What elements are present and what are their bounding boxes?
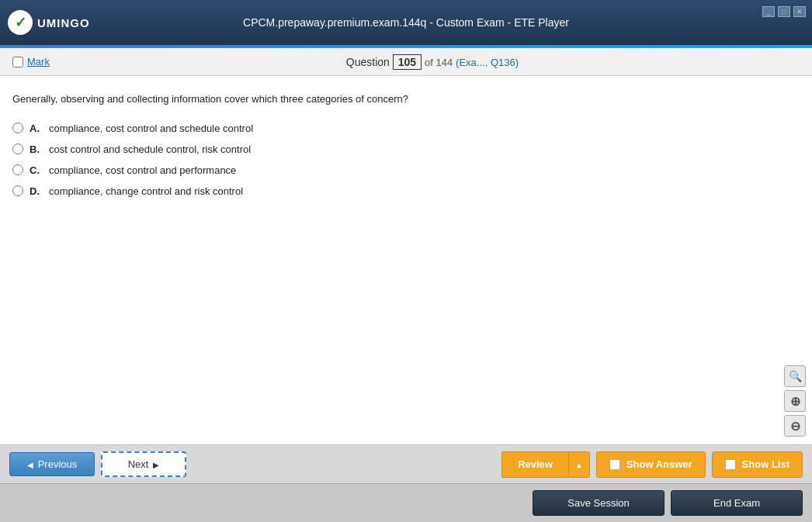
mark-checkbox[interactable] [12,57,23,67]
option-a-label: A. [29,123,40,134]
option-a-radio[interactable] [12,123,23,133]
mark-label[interactable]: Mark [27,56,50,67]
zoom-in-button[interactable]: ⊕ [784,390,806,412]
show-list-label: Show List [742,458,789,470]
prev-arrow-icon [27,458,33,470]
save-session-button[interactable]: Save Session [533,490,665,516]
question-header: Mark Question 105 of 144 (Exa..., Q136) [0,48,812,76]
option-c-label: C. [29,164,40,176]
previous-button[interactable]: Previous [9,452,95,476]
review-dropdown-button[interactable] [568,451,590,478]
maximize-button[interactable]: □ [778,6,790,17]
option-b[interactable]: B. cost control and schedule control, ri… [12,143,800,155]
question-of-label: of 144 [425,57,453,68]
option-b-radio[interactable] [12,143,23,154]
title-bar: ✓ UMINGO CPCM.prepaway.premium.exam.144q… [0,0,812,45]
previous-label: Previous [38,458,78,470]
main-content: Generally, observing and collecting info… [0,76,812,444]
option-c-radio[interactable] [12,164,23,175]
option-d[interactable]: D. compliance, change control and risk c… [12,185,800,197]
option-d-label: D. [29,185,40,197]
close-button[interactable]: ✕ [793,6,806,17]
end-exam-button[interactable]: End Exam [671,490,803,516]
logo-text: UMINGO [37,16,90,29]
option-b-label: B. [29,143,40,155]
option-a-text: compliance, cost control and schedule co… [49,123,253,134]
option-c[interactable]: C. compliance, cost control and performa… [12,164,800,176]
search-tool-button[interactable]: 🔍 [784,365,806,387]
show-answer-button[interactable]: Show Answer [596,451,706,478]
question-number-area: Question 105 of 144 (Exa..., Q136) [65,54,800,70]
option-b-text: cost control and schedule control, risk … [49,143,251,155]
logo-circle: ✓ [8,10,33,35]
review-button[interactable]: Review [501,451,568,478]
question-label: Question [346,56,390,68]
option-d-radio[interactable] [12,185,23,196]
logo-check-icon: ✓ [15,14,26,31]
show-answer-icon [609,459,620,470]
next-label: Next [128,458,149,470]
option-c-text: compliance, cost control and performance [49,164,236,176]
window-title: CPCM.prepaway.premium.exam.144q - Custom… [243,16,569,29]
nav-bar: Previous Next Review Show Answer Show Li… [0,444,812,483]
show-list-button[interactable]: Show List [712,451,803,478]
minimize-button[interactable]: _ [762,6,775,17]
option-a[interactable]: A. compliance, cost control and schedule… [12,123,800,134]
next-arrow-icon [153,458,159,470]
action-bar: Save Session End Exam [0,483,812,522]
show-list-icon [725,459,736,470]
option-d-text: compliance, change control and risk cont… [49,185,243,197]
show-answer-label: Show Answer [626,458,692,470]
question-reference: (Exa..., Q136) [456,57,519,68]
mark-area[interactable]: Mark [12,56,50,67]
review-dropdown-icon [575,460,583,469]
review-btn-group: Review [501,451,590,478]
side-tools: 🔍 ⊕ ⊖ [784,365,806,437]
question-number-box: 105 [393,54,422,70]
options-list: A. compliance, cost control and schedule… [12,123,800,197]
zoom-out-button[interactable]: ⊖ [784,415,806,437]
logo-area: ✓ UMINGO [8,10,90,35]
window-controls: _ □ ✕ [762,6,806,17]
question-text: Generally, observing and collecting info… [12,92,800,107]
next-button[interactable]: Next [101,451,186,477]
